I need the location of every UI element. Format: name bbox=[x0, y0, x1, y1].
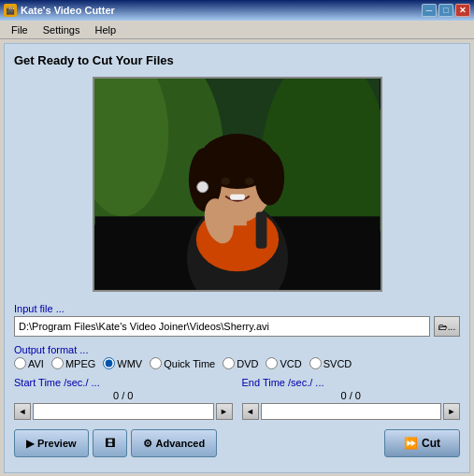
button-row: ▶ Preview 🎞 ⚙ Advanced ⏩ Cut bbox=[14, 429, 460, 457]
page-title: Get Ready to Cut Your Files bbox=[14, 53, 460, 67]
end-time-value: 0 / 0 bbox=[242, 390, 461, 401]
svg-rect-18 bbox=[255, 211, 266, 248]
svg-point-15 bbox=[196, 181, 208, 193]
cut-button[interactable]: ⏩ Cut bbox=[384, 429, 460, 457]
titlebar: 🎬 Kate's Video Cutter ─ □ ✕ bbox=[0, 0, 474, 21]
end-time-panel: End Time /sec./ ... 0 / 0 ◄ ► bbox=[242, 377, 461, 420]
format-dvd[interactable]: DVD bbox=[223, 357, 258, 369]
preview-label: Preview bbox=[37, 438, 77, 449]
advanced-label: Advanced bbox=[156, 438, 206, 449]
start-time-label: Start Time /sec./ ... bbox=[14, 377, 233, 388]
end-time-slider[interactable] bbox=[261, 403, 442, 420]
start-time-left-btn[interactable]: ◄ bbox=[14, 403, 31, 420]
browse-button[interactable]: 🗁 ... bbox=[434, 316, 460, 337]
format-quicktime[interactable]: Quick Time bbox=[150, 357, 215, 369]
start-time-slider-row: ◄ ► bbox=[14, 403, 233, 420]
output-format-section: Output format ... AVI MPEG WMV Quick Tim… bbox=[14, 344, 460, 369]
format-quicktime-radio[interactable] bbox=[150, 357, 162, 369]
cut-label: Cut bbox=[422, 437, 440, 450]
filmstrip-button[interactable]: 🎞 bbox=[93, 429, 127, 457]
svg-point-13 bbox=[244, 178, 253, 185]
menu-help[interactable]: Help bbox=[87, 22, 123, 37]
start-time-slider[interactable] bbox=[33, 403, 214, 420]
browse-icon: 🗁 bbox=[438, 322, 448, 332]
menubar: File Settings Help bbox=[0, 21, 474, 39]
start-time-panel: Start Time /sec./ ... 0 / 0 ◄ ► bbox=[14, 377, 233, 420]
format-vcd[interactable]: VCD bbox=[266, 357, 301, 369]
menu-file[interactable]: File bbox=[4, 22, 36, 37]
button-group-left: ▶ Preview 🎞 ⚙ Advanced bbox=[14, 429, 217, 457]
format-svcd-radio[interactable] bbox=[309, 357, 322, 369]
preview-icon: ▶ bbox=[26, 438, 34, 450]
maximize-button[interactable]: □ bbox=[438, 4, 453, 17]
start-time-right-btn[interactable]: ► bbox=[216, 403, 233, 420]
format-dvd-radio[interactable] bbox=[223, 357, 235, 369]
format-vcd-radio[interactable] bbox=[266, 357, 278, 369]
app-icon: 🎬 bbox=[4, 4, 17, 17]
output-format-label: Output format ... bbox=[14, 344, 460, 355]
advanced-button[interactable]: ⚙ Advanced bbox=[131, 429, 218, 457]
format-avi[interactable]: AVI bbox=[14, 357, 44, 369]
svg-point-11 bbox=[254, 151, 283, 206]
time-section: Start Time /sec./ ... 0 / 0 ◄ ► End Time… bbox=[14, 377, 460, 420]
preview-button[interactable]: ▶ Preview bbox=[14, 429, 89, 457]
cut-icon: ⏩ bbox=[404, 437, 418, 450]
input-file-section: Input file ... 🗁 ... bbox=[14, 303, 460, 337]
input-file-field[interactable] bbox=[14, 316, 430, 337]
format-avi-radio[interactable] bbox=[14, 357, 26, 369]
format-radio-group: AVI MPEG WMV Quick Time DVD VCD bbox=[14, 357, 460, 369]
titlebar-left: 🎬 Kate's Video Cutter bbox=[4, 4, 115, 17]
close-button[interactable]: ✕ bbox=[455, 4, 470, 17]
format-mpeg-radio[interactable] bbox=[51, 357, 64, 369]
minimize-button[interactable]: ─ bbox=[422, 4, 437, 17]
video-preview bbox=[93, 77, 382, 292]
end-time-label: End Time /sec./ ... bbox=[242, 377, 461, 388]
main-panel: Get Ready to Cut Your Files bbox=[4, 43, 470, 473]
format-wmv-radio[interactable] bbox=[103, 357, 115, 369]
input-file-row: 🗁 ... bbox=[14, 316, 460, 337]
input-file-label: Input file ... bbox=[14, 303, 460, 314]
svg-point-12 bbox=[221, 178, 230, 185]
menu-settings[interactable]: Settings bbox=[36, 22, 88, 37]
browse-label: ... bbox=[448, 322, 455, 332]
svg-rect-14 bbox=[230, 195, 245, 200]
gear-icon: ⚙ bbox=[143, 438, 152, 450]
window-title: Kate's Video Cutter bbox=[21, 5, 115, 16]
start-time-value: 0 / 0 bbox=[14, 390, 233, 401]
filmstrip-icon: 🎞 bbox=[105, 438, 115, 449]
format-svcd[interactable]: SVCD bbox=[309, 357, 352, 369]
format-mpeg[interactable]: MPEG bbox=[51, 357, 95, 369]
titlebar-buttons: ─ □ ✕ bbox=[422, 4, 470, 17]
format-wmv[interactable]: WMV bbox=[103, 357, 142, 369]
end-time-right-btn[interactable]: ► bbox=[443, 403, 460, 420]
end-time-left-btn[interactable]: ◄ bbox=[242, 403, 259, 420]
end-time-slider-row: ◄ ► bbox=[242, 403, 461, 420]
